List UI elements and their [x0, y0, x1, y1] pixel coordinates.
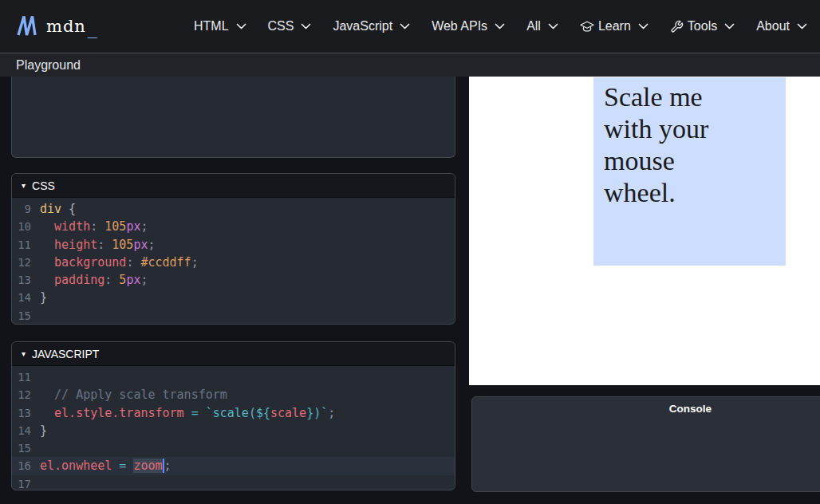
- line-number: 15: [12, 307, 40, 325]
- nav-item-label: All: [526, 19, 541, 33]
- nav-item-label: Tools: [688, 19, 717, 33]
- console-panel: Console: [471, 396, 820, 492]
- code-token: zoom: [133, 459, 162, 473]
- top-navigation-bar: mdn _ HTMLCSSJavaScriptWeb APIsAllLearnT…: [0, 0, 820, 53]
- code-token: {: [61, 202, 76, 216]
- code-line-content: }: [40, 422, 47, 439]
- code-line-11[interactable]: 11: [12, 368, 455, 386]
- collapse-triangle-icon: ▾: [22, 182, 26, 190]
- code-line-12[interactable]: 12 background: #ccddff;: [12, 254, 455, 271]
- code-area-css[interactable]: 9div {10 width: 105px;11 height: 105px;1…: [12, 198, 455, 325]
- nav-item-tools[interactable]: Tools: [670, 19, 735, 33]
- nav-item-label: About: [756, 19, 790, 33]
- console-title: Console: [472, 397, 820, 415]
- line-number: 14: [12, 289, 40, 306]
- code-line-content: height: 105px;: [40, 236, 156, 254]
- code-line-content: width: 105px;: [40, 218, 148, 235]
- code-token: scale: [270, 406, 306, 420]
- editor-html[interactable]: [11, 77, 455, 158]
- line-number: 11: [12, 236, 40, 254]
- code-token: })`: [306, 406, 328, 420]
- nav-item-label: Web APIs: [432, 19, 487, 33]
- code-line-content: // Apply scale transform: [40, 386, 227, 404]
- code-area-javascript[interactable]: 1112 // Apply scale transform13 el.style…: [12, 366, 455, 490]
- preview-pane: Scale me with your mouse wheel.: [469, 77, 820, 385]
- code-token: 105: [104, 219, 126, 234]
- code-line-content: div {: [40, 200, 76, 218]
- code-line-14[interactable]: 14}: [12, 289, 455, 306]
- code-token: ;: [164, 459, 171, 473]
- code-line-15[interactable]: 15: [12, 439, 455, 457]
- line-number: 12: [12, 386, 40, 404]
- code-line-12[interactable]: 12 // Apply scale transform: [12, 386, 455, 404]
- line-number: 9: [12, 200, 40, 218]
- line-number: 17: [12, 475, 40, 490]
- code-line-17[interactable]: 17: [12, 475, 455, 490]
- nav-item-all[interactable]: All: [526, 19, 558, 33]
- preview-scale-box[interactable]: Scale me with your mouse wheel.: [593, 77, 786, 266]
- code-line-13[interactable]: 13 el.style.transform = `scale(${scale})…: [12, 404, 455, 422]
- code-token: [40, 406, 54, 420]
- code-token: ;: [140, 273, 148, 287]
- code-token: px: [133, 238, 148, 252]
- mdn-playground-window: mdn _ HTMLCSSJavaScriptWeb APIsAllLearnT…: [0, 0, 820, 504]
- nav-item-javascript[interactable]: JavaScript: [333, 19, 410, 33]
- nav-item-label: Learn: [598, 19, 631, 33]
- editor-javascript[interactable]: ▾JAVASCRIPT1112 // Apply scale transform…: [11, 341, 455, 490]
- output-column: Scale me with your mouse wheel. Console: [469, 77, 820, 504]
- line-number: 16: [12, 457, 40, 474]
- code-line-content: padding: 5px;: [40, 271, 148, 289]
- code-token: // Apply scale transform: [54, 388, 227, 402]
- line-number: 14: [12, 422, 40, 439]
- nav-item-learn[interactable]: Learn: [580, 19, 649, 33]
- code-token: :: [90, 219, 104, 234]
- playground-title: Playground: [16, 58, 81, 73]
- code-token: }: [40, 290, 47, 305]
- code-token: px: [126, 273, 140, 287]
- code-line-15[interactable]: 15: [12, 307, 455, 325]
- code-line-content: background: #ccddff;: [40, 254, 199, 271]
- code-token: :: [104, 273, 119, 287]
- code-line-11[interactable]: 11 height: 105px;: [12, 236, 455, 254]
- code-line-content: el.onwheel = zoom;: [40, 457, 171, 474]
- code-token: height: [54, 238, 97, 252]
- code-line-16[interactable]: 16el.onwheel = zoom;: [12, 457, 455, 474]
- line-number: 10: [12, 218, 40, 235]
- mdn-logo[interactable]: mdn _: [16, 15, 97, 38]
- editor-header-javascript[interactable]: ▾JAVASCRIPT: [12, 342, 455, 366]
- code-line-13[interactable]: 13 padding: 5px;: [12, 271, 455, 289]
- code-token: div: [40, 202, 61, 216]
- nav-item-html[interactable]: HTML: [194, 19, 246, 33]
- code-token: width: [54, 219, 90, 234]
- code-token: [40, 273, 54, 287]
- code-token: px: [126, 219, 140, 234]
- code-token: [199, 406, 206, 420]
- code-line-10[interactable]: 10 width: 105px;: [12, 218, 455, 235]
- chevron-down-icon: [548, 23, 558, 30]
- nav-item-web-apis[interactable]: Web APIs: [432, 19, 505, 33]
- nav-item-css[interactable]: CSS: [268, 19, 312, 33]
- line-number: 12: [12, 254, 40, 271]
- code-token: [112, 459, 119, 473]
- editor-css[interactable]: ▾CSS9div {10 width: 105px;11 height: 105…: [11, 173, 455, 325]
- editor-header-css[interactable]: ▾CSS: [12, 174, 455, 198]
- chevron-down-icon: [301, 23, 311, 30]
- nav-item-about[interactable]: About: [756, 19, 807, 33]
- code-token: =: [191, 406, 199, 420]
- code-token: ;: [191, 255, 199, 270]
- code-token: #ccddff: [140, 255, 191, 270]
- line-number: 13: [12, 271, 40, 289]
- collapse-triangle-icon: ▾: [22, 350, 26, 358]
- code-line-content: }: [40, 289, 47, 306]
- code-line-content: el.style.transform = `scale(${scale})`;: [40, 404, 335, 422]
- code-line-14[interactable]: 14}: [12, 422, 455, 439]
- playground-main: ▾CSS9div {10 width: 105px;11 height: 105…: [0, 77, 820, 504]
- code-token: [40, 255, 54, 270]
- code-area-html[interactable]: [12, 77, 455, 79]
- code-token: [184, 406, 191, 420]
- code-token: background: [54, 255, 126, 270]
- code-line-9[interactable]: 9div {: [12, 200, 455, 218]
- code-token: padding: [54, 273, 104, 287]
- code-token: [40, 219, 54, 234]
- code-token: }: [40, 423, 47, 438]
